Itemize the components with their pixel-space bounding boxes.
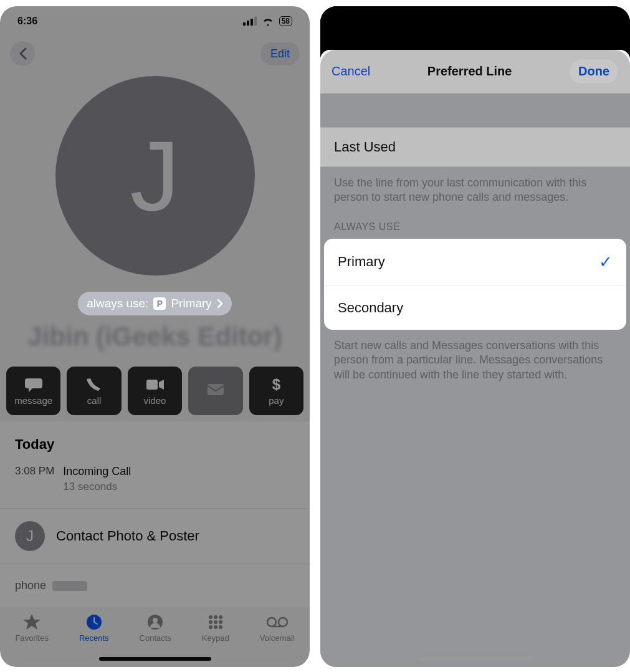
message-button[interactable]: message	[6, 367, 60, 415]
voicemail-icon	[267, 613, 288, 631]
contact-name: Jibin (iGeeks Editor)	[27, 322, 282, 352]
call-duration: 13 seconds	[63, 481, 131, 493]
tab-favorites-label: Favorites	[15, 633, 48, 643]
svg-rect-2	[251, 19, 253, 26]
call-log-row[interactable]: 3:08 PM Incoming Call 13 seconds	[0, 458, 310, 509]
svg-point-17	[219, 625, 222, 629]
option-secondary-label: Secondary	[338, 300, 403, 316]
svg-rect-3	[254, 17, 257, 26]
tab-contacts[interactable]: Contacts	[140, 613, 171, 643]
poster-label: Contact Photo & Poster	[56, 528, 199, 544]
phone-icon	[85, 377, 103, 393]
tab-voicemail[interactable]: Voicemail	[260, 613, 295, 643]
checkmark-icon: ✓	[599, 252, 613, 272]
phone-field-label: phone	[15, 579, 46, 592]
tab-recents[interactable]: Recents	[79, 613, 109, 643]
action-row: message call video $ pay	[0, 360, 310, 421]
svg-point-14	[219, 620, 222, 624]
battery-icon: 58	[279, 16, 292, 26]
svg-point-11	[219, 615, 222, 619]
chevron-right-icon	[217, 299, 223, 309]
svg-rect-0	[243, 22, 246, 26]
svg-point-13	[214, 620, 217, 624]
status-bar: 6:36 58	[0, 6, 310, 36]
last-used-row[interactable]: Last Used	[320, 127, 630, 167]
always-use-header: ALWAYS USE	[320, 221, 630, 239]
call-time: 3:08 PM	[15, 465, 54, 493]
contact-avatar: J	[55, 76, 255, 276]
call-label: call	[87, 395, 102, 406]
line-options-card: Primary ✓ Secondary	[324, 239, 626, 330]
home-indicator[interactable]	[99, 657, 211, 661]
svg-point-9	[209, 615, 212, 619]
video-button[interactable]: video	[128, 367, 182, 415]
svg-point-15	[209, 625, 212, 629]
home-indicator[interactable]	[419, 657, 532, 661]
tab-voicemail-label: Voicemail	[260, 633, 295, 643]
option-primary[interactable]: Primary ✓	[324, 239, 626, 286]
pill-prefix: always use:	[87, 297, 148, 310]
back-button[interactable]	[10, 41, 35, 66]
phone-badge	[52, 581, 87, 591]
svg-point-16	[214, 625, 217, 629]
always-use-pill[interactable]: always use: P Primary	[78, 292, 232, 315]
today-header: Today	[15, 436, 295, 453]
cancel-button[interactable]: Cancel	[332, 64, 370, 79]
status-icons: 58	[243, 16, 292, 26]
svg-point-8	[153, 618, 158, 623]
pill-line-label: Primary	[171, 297, 211, 310]
message-icon	[25, 377, 42, 393]
chevron-left-icon	[18, 47, 27, 60]
tab-keypad-label: Keypad	[202, 633, 229, 643]
svg-point-18	[267, 618, 276, 626]
sheet-title: Preferred Line	[427, 64, 512, 79]
contact-card-screen: 6:36 58 Edit J always use: P Primary Jib…	[0, 6, 310, 667]
star-icon	[21, 613, 42, 631]
call-button[interactable]: call	[67, 367, 121, 415]
svg-rect-1	[247, 21, 249, 26]
edit-button[interactable]: Edit	[260, 42, 300, 65]
wifi-icon	[262, 17, 274, 26]
phone-field-row[interactable]: phone	[0, 564, 310, 592]
option-secondary[interactable]: Secondary	[324, 286, 626, 330]
tab-keypad[interactable]: Keypad	[202, 613, 229, 643]
pay-label: pay	[269, 395, 284, 406]
svg-rect-5	[208, 384, 224, 395]
tab-favorites[interactable]: Favorites	[15, 613, 48, 643]
message-label: message	[14, 395, 52, 406]
svg-rect-4	[146, 380, 158, 390]
clock-icon	[84, 613, 105, 631]
option-primary-label: Primary	[338, 254, 385, 270]
person-icon	[145, 613, 166, 631]
recents-section: Today 3:08 PM Incoming Call 13 seconds J…	[0, 421, 310, 592]
nav-bar: Edit	[0, 36, 310, 71]
preferred-line-sheet: Cancel Preferred Line Done Last Used Use…	[320, 50, 630, 667]
cellular-icon	[243, 17, 257, 26]
keypad-icon	[205, 613, 226, 631]
mail-button[interactable]	[188, 367, 242, 415]
tab-contacts-label: Contacts	[140, 633, 171, 643]
contact-photo-poster-row[interactable]: J Contact Photo & Poster	[0, 509, 310, 564]
last-used-footer: Use the line from your last communicatio…	[320, 167, 630, 221]
mail-icon	[207, 382, 224, 398]
svg-point-10	[214, 615, 217, 619]
preferred-line-screen: 10:48 47 Cancel Preferred Line Done Last…	[320, 6, 630, 667]
svg-point-12	[209, 620, 212, 624]
last-used-group: Last Used Use the line from your last co…	[320, 94, 630, 221]
sheet-header: Cancel Preferred Line Done	[320, 50, 630, 94]
call-title: Incoming Call	[63, 465, 131, 478]
contact-hero: J always use: P Primary Jibin (iGeeks Ed…	[0, 71, 310, 360]
video-label: video	[144, 395, 166, 406]
svg-point-19	[279, 618, 287, 626]
done-button[interactable]: Done	[569, 59, 619, 84]
always-use-footer: Start new calls and Messages conversatio…	[320, 330, 630, 398]
sim-badge-icon: P	[153, 297, 166, 310]
tab-recents-label: Recents	[79, 633, 109, 643]
mini-avatar: J	[15, 521, 45, 551]
status-time: 6:36	[17, 16, 37, 27]
pay-button[interactable]: $ pay	[249, 367, 303, 415]
dollar-icon: $	[267, 377, 285, 393]
video-icon	[146, 377, 164, 393]
